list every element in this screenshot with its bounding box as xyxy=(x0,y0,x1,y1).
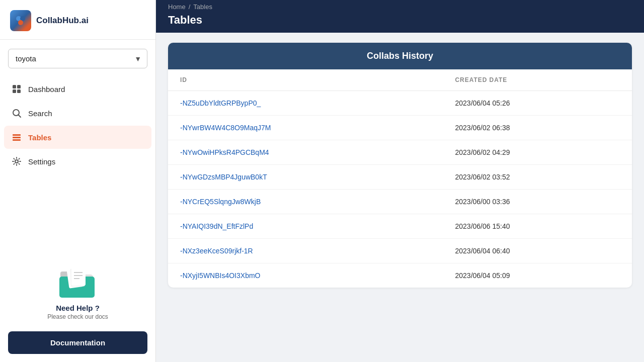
cell-id: -NXz3eeKceS09rjkf-1R xyxy=(168,239,443,263)
table-row: -NYAIQI39dN_EftFzlPd2023/06/06 15:40 xyxy=(168,214,632,239)
search-label: Search xyxy=(28,109,52,118)
svg-point-12 xyxy=(15,160,18,163)
table-row: -NYwOwiHPksR4PGCBqM42023/06/02 04:29 xyxy=(168,140,632,165)
sidebar-item-dashboard[interactable]: Dashboard xyxy=(4,77,151,101)
app-name: CollabHub.ai xyxy=(36,16,89,26)
cell-created-date: 2023/06/04 06:40 xyxy=(443,239,632,263)
svg-rect-9 xyxy=(13,134,21,136)
col-header-id: ID xyxy=(168,69,443,91)
table-row: -NZ5uDbYldtGRPBypP0_2023/06/04 05:26 xyxy=(168,91,632,116)
cell-id: -NYwOwiHPksR4PGCBqM4 xyxy=(168,140,443,165)
breadcrumb-separator: / xyxy=(189,3,191,11)
table-row: -NYCrEQ5SlqngJw8WkjB2023/06/00 03:36 xyxy=(168,190,632,214)
page-title: Tables xyxy=(168,12,632,33)
collabs-history-card: Collabs History ID CREATED DATE -NZ5uDbY… xyxy=(168,43,632,288)
svg-rect-6 xyxy=(17,89,21,93)
svg-rect-5 xyxy=(13,89,16,93)
svg-line-8 xyxy=(19,115,21,118)
search-icon xyxy=(11,108,22,119)
help-section: Need Help ? Please check our docs xyxy=(0,255,155,326)
cell-created-date: 2023/06/04 05:26 xyxy=(443,91,632,116)
org-select[interactable]: toyota honda ford xyxy=(8,49,147,68)
cell-created-date: 2023/06/06 15:40 xyxy=(443,214,632,239)
help-subtitle: Please check our docs xyxy=(47,313,108,320)
breadcrumb-home: Home xyxy=(168,3,186,11)
help-title: Need Help ? xyxy=(56,304,100,312)
table-title-bar: Collabs History xyxy=(168,43,632,69)
cell-id: -NYAIQI39dN_EftFzlPd xyxy=(168,214,443,239)
dashboard-label: Dashboard xyxy=(28,85,65,94)
documentation-button[interactable]: Documentation xyxy=(8,331,147,354)
svg-point-2 xyxy=(18,20,23,25)
main-content: Collabs History ID CREATED DATE -NZ5uDbY… xyxy=(156,33,644,362)
settings-icon xyxy=(11,156,22,167)
sidebar-nav: Dashboard Search Tables xyxy=(0,73,155,255)
svg-rect-4 xyxy=(17,85,21,88)
sidebar-item-settings[interactable]: Settings xyxy=(4,150,151,173)
cell-created-date: 2023/06/04 05:09 xyxy=(443,263,632,288)
org-select-wrapper: toyota honda ford ▼ xyxy=(8,49,147,68)
breadcrumb: Home / Tables xyxy=(168,3,632,12)
cell-id: -NYwGDzsMBP4JguwB0kT xyxy=(168,165,443,190)
sidebar-item-tables[interactable]: Tables xyxy=(4,126,151,149)
table-row: -NYwrBW4W4C8O9MaqJ7M2023/06/02 06:38 xyxy=(168,116,632,140)
cell-created-date: 2023/06/02 06:38 xyxy=(443,116,632,140)
cell-id: -NZ5uDbYldtGRPBypP0_ xyxy=(168,91,443,116)
collabs-table: ID CREATED DATE -NZ5uDbYldtGRPBypP0_2023… xyxy=(168,69,632,288)
logo-area: CollabHub.ai xyxy=(0,0,155,40)
breadcrumb-bar: Home / Tables Tables xyxy=(156,0,644,33)
dashboard-icon xyxy=(11,83,22,95)
sidebar-item-search[interactable]: Search xyxy=(4,102,151,125)
tables-label: Tables xyxy=(28,133,51,142)
svg-rect-11 xyxy=(13,139,21,141)
breadcrumb-page: Tables xyxy=(193,3,212,11)
cell-id: -NXyjI5WNBIs4OI3XbmO xyxy=(168,263,443,288)
tables-icon xyxy=(11,132,22,143)
svg-rect-3 xyxy=(13,85,16,88)
table-row: -NXyjI5WNBIs4OI3XbmO2023/06/04 05:09 xyxy=(168,263,632,288)
cell-created-date: 2023/06/02 04:29 xyxy=(443,140,632,165)
cell-id: -NYwrBW4W4C8O9MaqJ7M xyxy=(168,116,443,140)
table-title: Collabs History xyxy=(367,51,433,61)
cell-created-date: 2023/06/02 03:52 xyxy=(443,165,632,190)
app-logo-icon xyxy=(10,10,31,31)
settings-label: Settings xyxy=(28,157,55,166)
help-illustration-icon xyxy=(55,260,101,301)
main-content-area: Home / Tables Tables Collabs History ID … xyxy=(156,0,644,362)
table-row: -NXz3eeKceS09rjkf-1R2023/06/04 06:40 xyxy=(168,239,632,263)
svg-rect-10 xyxy=(13,137,21,138)
svg-rect-18 xyxy=(71,267,86,286)
cell-created-date: 2023/06/00 03:36 xyxy=(443,190,632,214)
table-row: -NYwGDzsMBP4JguwB0kT2023/06/02 03:52 xyxy=(168,165,632,190)
cell-id: -NYCrEQ5SlqngJw8WkjB xyxy=(168,190,443,214)
col-header-created-date: CREATED DATE xyxy=(443,69,632,91)
org-selector-area: toyota honda ford ▼ xyxy=(0,40,155,73)
sidebar: CollabHub.ai toyota honda ford ▼ Dashb xyxy=(0,0,156,362)
